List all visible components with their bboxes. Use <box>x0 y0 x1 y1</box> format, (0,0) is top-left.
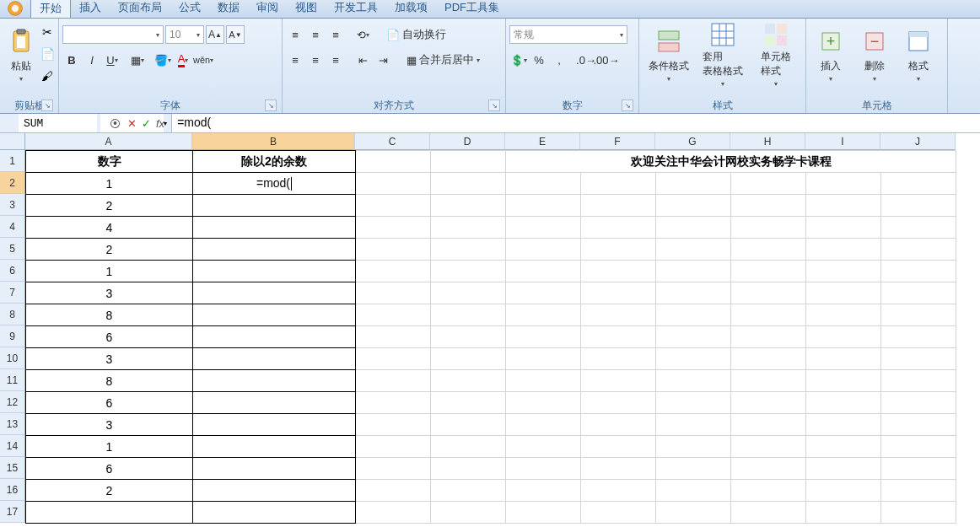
cell-C15[interactable] <box>356 458 431 480</box>
cell-J16[interactable] <box>881 480 956 502</box>
format-as-table-button[interactable]: 套用 表格格式▾ <box>697 20 749 88</box>
cell-D12[interactable] <box>431 392 506 414</box>
cell-B5[interactable] <box>193 239 356 261</box>
cell-E15[interactable] <box>506 458 581 480</box>
tab-2[interactable]: 页面布局 <box>110 0 170 18</box>
cell-F12[interactable] <box>581 392 656 414</box>
cell-A6[interactable]: 1 <box>26 261 193 282</box>
cell-H17[interactable] <box>731 502 806 524</box>
cell-G5[interactable] <box>656 239 731 261</box>
bold-button[interactable]: B <box>62 51 81 69</box>
format-painter-icon[interactable]: 🖌 <box>40 68 55 83</box>
fx-icon[interactable]: fx <box>156 117 164 130</box>
cell-H8[interactable] <box>731 304 806 326</box>
cell-G10[interactable] <box>656 348 731 370</box>
tab-7[interactable]: 开发工具 <box>326 0 386 18</box>
cell-B8[interactable] <box>193 304 356 326</box>
tab-3[interactable]: 公式 <box>170 0 209 18</box>
cell-E8[interactable] <box>506 304 581 326</box>
cell-E10[interactable] <box>506 348 581 370</box>
cell-I12[interactable] <box>806 392 881 414</box>
cell-I3[interactable] <box>806 195 881 217</box>
cell-D17[interactable] <box>431 502 506 524</box>
row-header-7[interactable]: 7 <box>0 282 25 304</box>
row-header-12[interactable]: 12 <box>0 391 25 413</box>
cell-I15[interactable] <box>806 458 881 480</box>
cell-F2[interactable] <box>581 173 656 195</box>
dialog-launcher-icon[interactable]: ↘ <box>622 99 633 111</box>
increase-font-icon[interactable]: A▲ <box>206 25 224 44</box>
cell-B10[interactable] <box>193 348 356 370</box>
align-bottom-icon[interactable]: ≡ <box>326 25 345 44</box>
cell-F6[interactable] <box>581 261 656 282</box>
cell-G7[interactable] <box>656 282 731 304</box>
row-header-4[interactable]: 4 <box>0 216 25 238</box>
column-header-C[interactable]: C <box>355 133 430 150</box>
cell-B13[interactable] <box>193 414 356 436</box>
dialog-launcher-icon[interactable]: ↘ <box>265 99 277 111</box>
cell-J6[interactable] <box>881 261 956 282</box>
column-header-G[interactable]: G <box>655 133 730 150</box>
cell-D9[interactable] <box>431 326 506 348</box>
cell-A5[interactable]: 2 <box>26 239 193 261</box>
phonetic-button[interactable]: wěn▾ <box>194 51 213 69</box>
cell-G8[interactable] <box>656 304 731 326</box>
cut-icon[interactable]: ✂ <box>40 24 55 40</box>
increase-indent-icon[interactable]: ⇥ <box>374 51 392 69</box>
accounting-format-icon[interactable]: 💲▾ <box>509 51 528 69</box>
delete-cells-button[interactable]: − 删除▾ <box>853 20 896 88</box>
cell-J12[interactable] <box>881 392 956 414</box>
cell-I7[interactable] <box>806 282 881 304</box>
cell-A13[interactable]: 3 <box>26 414 193 436</box>
formula-input[interactable]: =mod( <box>171 114 980 132</box>
cell-C7[interactable] <box>356 282 431 304</box>
column-header-I[interactable]: I <box>805 133 880 150</box>
row-header-6[interactable]: 6 <box>0 260 25 282</box>
column-header-B[interactable]: B <box>192 133 355 150</box>
cell-J8[interactable] <box>881 304 956 326</box>
wrap-text-icon[interactable]: 📄自动换行 <box>385 25 447 44</box>
cell-A15[interactable]: 6 <box>26 458 193 480</box>
decrease-font-icon[interactable]: A▼ <box>226 25 245 44</box>
cell-I10[interactable] <box>806 348 881 370</box>
column-header-F[interactable]: F <box>580 133 655 150</box>
cell-C9[interactable] <box>356 326 431 348</box>
align-center-icon[interactable]: ≡ <box>306 51 325 69</box>
cell-I17[interactable] <box>806 502 881 524</box>
cell-F3[interactable] <box>581 195 656 217</box>
decrease-decimal-icon[interactable]: .00→ <box>597 51 616 69</box>
cell-A10[interactable]: 3 <box>26 348 193 370</box>
row-header-5[interactable]: 5 <box>0 238 25 260</box>
cell-J14[interactable] <box>881 436 956 458</box>
align-top-icon[interactable]: ≡ <box>286 25 304 44</box>
number-format-combo[interactable]: 常规▾ <box>509 25 627 44</box>
cell-J9[interactable] <box>881 326 956 348</box>
insert-cells-button[interactable]: + 插入▾ <box>810 20 852 88</box>
cell-E6[interactable] <box>506 261 581 282</box>
cell-C10[interactable] <box>356 348 431 370</box>
cell-D5[interactable] <box>431 239 506 261</box>
cell-G9[interactable] <box>656 326 731 348</box>
cell-E16[interactable] <box>506 480 581 502</box>
cell-F7[interactable] <box>581 282 656 304</box>
cell-I2[interactable] <box>806 173 881 195</box>
italic-button[interactable]: I <box>83 51 101 69</box>
column-header-E[interactable]: E <box>505 133 580 150</box>
cell-B11[interactable] <box>193 370 356 392</box>
cell-I6[interactable] <box>806 261 881 282</box>
tab-1[interactable]: 插入 <box>71 0 110 18</box>
cell-A11[interactable]: 8 <box>26 370 193 392</box>
cell-F11[interactable] <box>581 370 656 392</box>
cell-B4[interactable] <box>193 217 356 239</box>
cell-I16[interactable] <box>806 480 881 502</box>
cell-A14[interactable]: 1 <box>26 436 193 458</box>
font-color-button[interactable]: A▾ <box>174 51 192 69</box>
decrease-indent-icon[interactable]: ⇤ <box>353 51 372 69</box>
cell-B2[interactable]: =mod( <box>193 173 356 195</box>
cell-B14[interactable] <box>193 436 356 458</box>
cell-J5[interactable] <box>881 239 956 261</box>
cell-C11[interactable] <box>356 370 431 392</box>
cell-D2[interactable] <box>431 173 506 195</box>
cell-B3[interactable] <box>193 195 356 217</box>
cell-B15[interactable] <box>193 458 356 480</box>
